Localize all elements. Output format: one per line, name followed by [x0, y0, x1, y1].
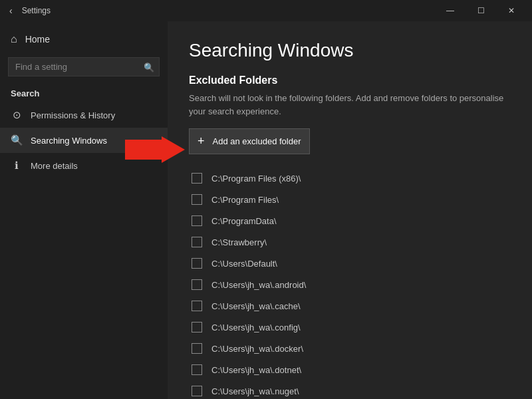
sidebar-item-searching[interactable]: 🔍 Searching Windows	[0, 128, 168, 153]
home-label: Home	[25, 34, 50, 45]
titlebar: ‹ Settings — ☐ ✕	[0, 0, 532, 21]
folder-checkbox[interactable]	[192, 343, 202, 354]
folder-path: C:\Users\jh_wa\.docker\	[211, 344, 303, 354]
app-body: ⌂ Home 🔍 Search ⊙ Permissions & History …	[0, 21, 532, 399]
maximize-button[interactable]: ☐	[466, 0, 496, 21]
window-controls: — ☐ ✕	[435, 0, 527, 21]
list-item: C:\Users\Default\	[189, 253, 511, 274]
folder-path: C:\Users\jh_wa\.dotnet\	[211, 365, 301, 375]
folder-path: C:\Users\jh_wa\.nuget\	[211, 386, 299, 396]
sidebar-details-label: More details	[31, 161, 78, 171]
sidebar-searching-label: Searching Windows	[31, 136, 107, 146]
list-item: C:\Users\jh_wa\.android\	[189, 274, 511, 295]
page-title: Searching Windows	[189, 40, 511, 61]
list-item: C:\Users\jh_wa\.dotnet\	[189, 359, 511, 380]
content-area: Searching Windows Excluded Folders Searc…	[168, 21, 532, 399]
sidebar-item-permissions[interactable]: ⊙ Permissions & History	[0, 102, 168, 128]
folder-checkbox[interactable]	[192, 194, 202, 205]
folder-checkbox[interactable]	[192, 322, 202, 332]
search-input[interactable]	[8, 57, 160, 76]
folder-path: C:\ProgramData\	[211, 216, 277, 226]
folder-checkbox[interactable]	[192, 258, 202, 269]
folder-path: C:\Strawberry\	[211, 237, 267, 247]
folder-list: C:\Program Files (x86)\ C:\Program Files…	[189, 168, 511, 399]
titlebar-title: Settings	[22, 6, 51, 15]
folder-checkbox[interactable]	[192, 386, 202, 396]
folder-path: C:\Program Files\	[211, 195, 279, 205]
folder-path: C:\Users\jh_wa\.cache\	[211, 301, 301, 311]
list-item: C:\Users\jh_wa\.nuget\	[189, 380, 511, 399]
folder-checkbox[interactable]	[192, 173, 202, 184]
search-icon: 🔍	[144, 62, 154, 72]
close-button[interactable]: ✕	[496, 0, 527, 21]
details-icon: ℹ	[11, 160, 23, 172]
minimize-button[interactable]: —	[435, 0, 466, 21]
list-item: C:\Users\jh_wa\.docker\	[189, 338, 511, 359]
section-title: Excluded Folders	[189, 74, 511, 86]
sidebar-section-label: Search	[0, 82, 168, 102]
folder-checkbox[interactable]	[192, 301, 202, 311]
sidebar-permissions-label: Permissions & History	[31, 110, 115, 120]
add-excluded-folder-button[interactable]: + Add an excluded folder	[189, 128, 310, 154]
section-description: Search will not look in the following fo…	[189, 92, 511, 118]
plus-icon: +	[198, 134, 205, 148]
list-item: C:\Users\jh_wa\.cache\	[189, 295, 511, 317]
search-box: 🔍	[8, 57, 160, 76]
list-item: C:\Program Files\	[189, 189, 511, 210]
permissions-icon: ⊙	[11, 109, 23, 121]
add-folder-label: Add an excluded folder	[213, 136, 301, 146]
folder-checkbox[interactable]	[192, 279, 202, 290]
list-item: C:\Users\jh_wa\.config\	[189, 317, 511, 338]
list-item: C:\Program Files (x86)\	[189, 168, 511, 189]
searching-icon: 🔍	[11, 134, 23, 146]
home-icon: ⌂	[11, 33, 17, 45]
titlebar-left: ‹ Settings	[5, 3, 51, 19]
sidebar-item-details[interactable]: ℹ More details	[0, 153, 168, 178]
folder-checkbox[interactable]	[192, 237, 202, 247]
sidebar: ⌂ Home 🔍 Search ⊙ Permissions & History …	[0, 21, 168, 399]
list-item: C:\ProgramData\	[189, 210, 511, 231]
folder-checkbox[interactable]	[192, 364, 202, 375]
sidebar-item-home[interactable]: ⌂ Home	[0, 27, 168, 52]
folder-path: C:\Users\Default\	[211, 259, 277, 269]
folder-path: C:\Users\jh_wa\.android\	[211, 280, 306, 290]
folder-path: C:\Users\jh_wa\.config\	[211, 323, 301, 332]
folder-path: C:\Program Files (x86)\	[211, 174, 301, 184]
list-item: C:\Strawberry\	[189, 231, 511, 253]
back-button[interactable]: ‹	[5, 3, 17, 19]
folder-checkbox[interactable]	[192, 215, 202, 226]
